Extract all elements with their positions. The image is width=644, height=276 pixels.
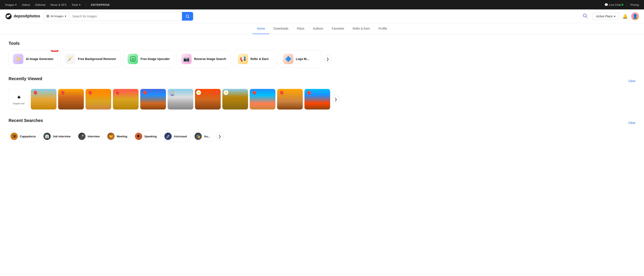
notifications-button[interactable]: 🔔 <box>622 14 628 19</box>
subnav-authors[interactable]: Authors <box>309 23 328 34</box>
nav-tools[interactable]: Tools ▾ <box>72 3 80 7</box>
recently-viewed-image-8[interactable]: ⭐ <box>222 89 248 109</box>
search-type-dropdown[interactable]: 🖼 All Images ▾ <box>44 12 69 21</box>
tool-image-upscaler[interactable]: Free Image Upscaler <box>123 50 174 68</box>
recently-viewed-title: Recently Viewed <box>8 76 42 81</box>
recently-viewed-scroll-right[interactable]: ❯ <box>332 95 340 103</box>
nav-right: 💬 Live Chat Pricing <box>604 3 639 7</box>
recent-searches-header: Recent Searches Clear <box>8 118 636 127</box>
tool-reverse-image-search[interactable]: 📷 Reverse Image Search <box>177 50 230 68</box>
nav-videos[interactable]: Videos <box>22 3 30 7</box>
recently-viewed-image-9[interactable]: 🎈 <box>250 89 276 109</box>
tool-logo[interactable]: 🔷 Logo M... <box>278 50 321 68</box>
svg-point-2 <box>8 15 10 16</box>
new-badge: New <box>51 50 59 52</box>
nav-editorial[interactable]: Editorial <box>35 3 45 7</box>
search-chip-speeking[interactable]: 🗣 Speeking <box>133 131 160 142</box>
chip-avatar: 👔 <box>44 133 51 140</box>
avatar-placeholder: 👤 <box>632 14 638 19</box>
subnav-downloads[interactable]: Downloads <box>269 23 292 34</box>
tool-name: Refer & Earn <box>250 57 269 61</box>
subnav-refer-earn[interactable]: Refer & Earn <box>348 23 374 34</box>
recent-searches-title: Recent Searches <box>8 118 43 123</box>
inspire-text: Inspire me! <box>13 102 24 105</box>
search-chip-astronaut[interactable]: 🚀 Astronaut <box>162 131 190 142</box>
subnav-favorites[interactable]: Favorites <box>328 23 348 34</box>
tool-icon: 📷 <box>181 54 192 64</box>
balloon-icon: 🎡 <box>169 91 175 96</box>
ai-search-button[interactable] <box>582 13 589 20</box>
pricing-link[interactable]: Pricing <box>630 3 639 7</box>
nav-separator <box>86 3 86 7</box>
tool-bg-remover[interactable]: 🪄 Free Background Remover <box>60 50 120 68</box>
tools-scroll-right-button[interactable]: ❯ <box>324 55 332 63</box>
nav-separator-2 <box>627 3 627 7</box>
recently-viewed-image-1[interactable]: 🎈 <box>31 89 56 109</box>
balloon-icon: 🎈 <box>114 91 120 96</box>
search-icon <box>186 14 190 18</box>
subnav-plans[interactable]: Plans <box>293 23 309 34</box>
tool-name: Reverse Image Search <box>194 57 226 61</box>
recent-searches-scroll-right[interactable]: ❯ <box>216 132 224 140</box>
tools-section: Tools ✨ AI Image Generator New 🪄 Free Ba… <box>8 41 636 68</box>
subnav-home[interactable]: Home <box>253 23 269 34</box>
recently-viewed-image-6[interactable]: 🎡 <box>168 89 193 109</box>
tool-name: AI Image Generator <box>26 57 54 61</box>
live-chat-link[interactable]: 💬 Live Chat <box>604 3 623 7</box>
star-badge: ⭐ <box>196 90 201 95</box>
svg-line-7 <box>586 17 587 18</box>
chip-avatar: 🚀 <box>164 133 172 140</box>
balloon-icon: 🎈 <box>279 91 284 96</box>
balloon-icon: 🎈 <box>306 91 312 96</box>
recently-viewed-section: Recently Viewed Clear ✦ Inspire me! 🎈 🎈 … <box>8 76 636 109</box>
chip-avatar: 🏜 <box>10 133 18 140</box>
recently-viewed-clear[interactable]: Clear <box>628 79 636 83</box>
recently-viewed-image-2[interactable]: 🎈 <box>58 89 84 109</box>
recently-viewed-row: ✦ Inspire me! 🎈 🎈 🎈 🎈 🎈 🎡 ⭐ <box>8 89 636 109</box>
balloon-icon: 🎈 <box>252 91 257 96</box>
recently-viewed-image-3[interactable]: 🎈 <box>86 89 111 109</box>
chevron-down-icon: ▾ <box>614 15 615 18</box>
chevron-down-icon: ▾ <box>79 3 80 7</box>
main-content: Tools ✨ AI Image Generator New 🪄 Free Ba… <box>0 34 644 149</box>
recently-viewed-image-10[interactable]: 🎈 <box>277 89 303 109</box>
tool-icon: 🪄 <box>65 54 75 64</box>
chevron-down-icon: ▾ <box>65 15 66 18</box>
search-chip-interview[interactable]: 🎤 Interview <box>76 131 103 142</box>
recently-viewed-image-7[interactable]: ⭐ 🎈 <box>195 89 221 109</box>
recently-viewed-image-5[interactable]: 🎈 <box>140 89 166 109</box>
nav-enterprise[interactable]: ENTERPRISE <box>91 3 110 7</box>
tool-ai-image-generator[interactable]: ✨ AI Image Generator New <box>8 50 58 68</box>
search-chip-other[interactable]: 🎭 Au... <box>193 131 214 142</box>
logo-text: depositphotos <box>14 14 40 19</box>
recently-viewed-image-4[interactable]: 🎈 <box>113 89 138 109</box>
header: depositphotos 🖼 All Images ▾ Active Plan… <box>0 10 644 23</box>
tool-name: Free Image Upscaler <box>140 57 170 61</box>
search-type-icon: 🖼 <box>46 15 49 18</box>
tool-icon: 📢 <box>238 54 248 64</box>
search-chip-meeting[interactable]: 🤝 Meeting <box>106 131 131 142</box>
search-button[interactable] <box>182 12 193 21</box>
subnav-profile[interactable]: Profile <box>374 23 391 34</box>
nav-music-sfx[interactable]: Music & SFX <box>50 3 66 7</box>
star-badge: ⭐ <box>224 90 228 95</box>
user-avatar[interactable]: 👤 <box>631 13 639 20</box>
balloon-icon: 🎈 <box>213 91 219 96</box>
chip-avatar: 🤝 <box>107 133 114 140</box>
recently-viewed-image-11[interactable]: 🎈 <box>304 89 330 109</box>
search-chip-cappadocia[interactable]: 🏜 Cappadocia <box>8 131 39 142</box>
tool-icon <box>128 54 138 64</box>
tool-refer-earn[interactable]: 📢 Refer & Earn <box>233 50 276 68</box>
chip-avatar: 🎭 <box>194 133 202 140</box>
tools-title: Tools <box>8 41 636 46</box>
logo[interactable]: depositphotos <box>5 13 40 20</box>
recently-viewed-header: Recently Viewed Clear <box>8 76 636 85</box>
searches-row: 🏜 Cappadocia 👔 Job Interview 🎤 Interview… <box>8 131 636 142</box>
search-input[interactable] <box>69 12 182 21</box>
recent-searches-clear[interactable]: Clear <box>628 121 636 124</box>
active-plans-button[interactable]: Active Plans ▾ <box>592 13 619 20</box>
search-chip-job-interview[interactable]: 👔 Job Interview <box>42 131 74 142</box>
nav-images[interactable]: Images ▾ <box>5 3 17 7</box>
chip-avatar: 🎤 <box>78 133 86 140</box>
inspire-card[interactable]: ✦ Inspire me! <box>8 89 29 109</box>
